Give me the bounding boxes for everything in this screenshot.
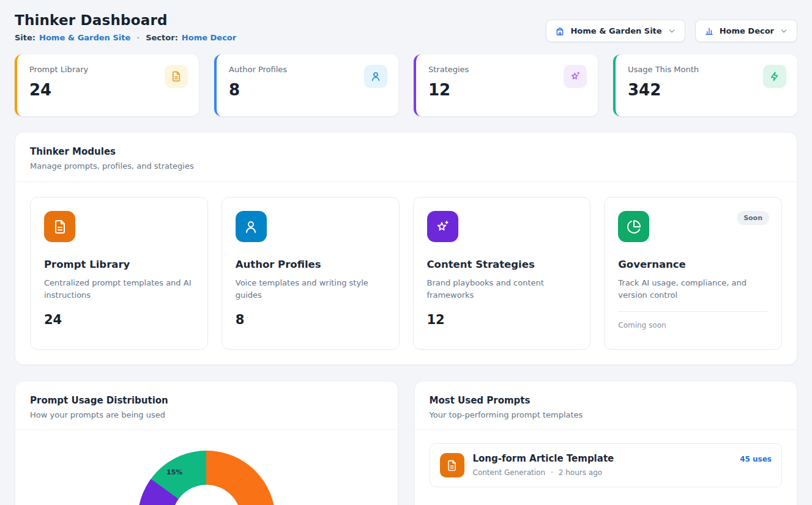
stat-value: 24: [29, 81, 187, 99]
header: Thinker Dashboard Site: Home & Garden Si…: [15, 12, 797, 42]
module-card-author-profiles[interactable]: Author Profiles Voice templates and writ…: [222, 197, 400, 350]
module-count: 8: [236, 312, 386, 327]
dashboard-page: Thinker Dashboard Site: Home & Garden Si…: [0, 0, 812, 505]
separator-dot: ·: [551, 468, 553, 477]
prompt-list-item[interactable]: Long-form Article Template Content Gener…: [430, 443, 783, 487]
stat-value: 342: [628, 81, 785, 99]
module-description: Track AI usage, compliance, and version …: [618, 277, 768, 301]
prompt-item-text: Long-form Article Template Content Gener…: [473, 453, 614, 477]
stat-label: Usage This Month: [628, 65, 785, 74]
coming-soon-text: Coming soon: [618, 311, 768, 330]
usage-distribution-subtitle: How your prompts are being used: [30, 410, 383, 419]
modules-grid: Prompt Library Centralized prompt templa…: [15, 182, 797, 364]
stat-card-usage[interactable]: Usage This Month 342: [613, 54, 797, 116]
user-icon: [236, 211, 267, 242]
module-card-governance[interactable]: Soon Governance Track AI usage, complian…: [604, 197, 782, 350]
header-selectors: Home & Garden Site Home Decor: [546, 20, 797, 42]
module-description: Centralized prompt templates and AI inst…: [44, 277, 194, 301]
stat-value: 8: [229, 81, 386, 99]
module-count: 24: [44, 312, 194, 327]
module-description: Brand playbooks and content frameworks: [427, 277, 577, 301]
stat-card-author-profiles[interactable]: Author Profiles 8: [214, 54, 398, 116]
stats-row: Prompt Library 24 Author Profiles 8 Stra…: [15, 54, 797, 116]
module-card-content-strategies[interactable]: Content Strategies Brand playbooks and c…: [413, 197, 591, 350]
document-icon: [44, 211, 75, 242]
module-title: Author Profiles: [236, 259, 386, 270]
stat-label: Strategies: [428, 65, 586, 74]
chevron-down-icon: [668, 27, 676, 35]
site-link[interactable]: Home & Garden Site: [39, 33, 130, 42]
site-selector-label: Home & Garden Site: [570, 26, 661, 35]
donut-hole: [172, 485, 241, 505]
prompt-item-title: Long-form Article Template: [473, 453, 614, 464]
bottom-row: Prompt Usage Distribution How your promp…: [15, 381, 797, 505]
thinker-modules-section: Thinker Modules Manage prompts, profiles…: [15, 132, 797, 365]
modules-subtitle: Manage prompts, profiles, and strategies: [30, 161, 782, 171]
sparkle-star-icon: [564, 65, 587, 88]
stat-value: 12: [428, 81, 586, 99]
sector-link[interactable]: Home Decor: [182, 33, 236, 42]
prompt-item-category: Content Generation: [473, 468, 545, 477]
module-description: Voice templates and writing style guides: [236, 277, 386, 301]
most-used-subtitle: Your top-performing prompt templates: [430, 410, 783, 419]
module-card-prompt-library[interactable]: Prompt Library Centralized prompt templa…: [30, 197, 208, 350]
most-used-header: Most Used Prompts Your top-performing pr…: [415, 382, 797, 430]
module-title: Prompt Library: [44, 259, 194, 270]
chevron-down-icon: [780, 27, 788, 35]
sector-selector-label: Home Decor: [720, 26, 774, 35]
site-selector-dropdown[interactable]: Home & Garden Site: [546, 20, 685, 42]
bar-chart-icon: [704, 26, 714, 36]
stat-label: Prompt Library: [29, 65, 187, 74]
usage-distribution-header: Prompt Usage Distribution How your promp…: [15, 382, 398, 430]
modules-title: Thinker Modules: [30, 146, 782, 157]
donut-chart: 15%: [138, 451, 275, 505]
user-icon: [364, 65, 387, 88]
prompt-item-time: 2 hours ago: [559, 468, 602, 477]
donut-segment-label: 15%: [166, 468, 182, 476]
chart-area: 15%: [15, 430, 398, 505]
breadcrumb: Site: Home & Garden Site · Sector: Home …: [15, 33, 236, 42]
prompt-item-meta: Content Generation · 2 hours ago: [473, 468, 614, 477]
uses-badge: 45 uses: [740, 453, 772, 463]
sparkle-star-icon: [427, 211, 458, 242]
separator-dot: ·: [136, 33, 140, 42]
most-used-prompts-card: Most Used Prompts Your top-performing pr…: [414, 381, 798, 505]
document-icon: [440, 453, 464, 477]
stat-label: Author Profiles: [229, 65, 386, 74]
usage-distribution-title: Prompt Usage Distribution: [30, 395, 383, 406]
prompt-list: Long-form Article Template Content Gener…: [415, 430, 797, 501]
title-block: Thinker Dashboard Site: Home & Garden Si…: [15, 12, 236, 42]
lightning-icon: [763, 65, 786, 88]
most-used-title: Most Used Prompts: [430, 395, 783, 406]
page-title: Thinker Dashboard: [15, 12, 236, 28]
module-title: Governance: [618, 259, 768, 270]
soon-badge: Soon: [737, 211, 769, 225]
site-label: Site:: [15, 33, 35, 42]
usage-distribution-card: Prompt Usage Distribution How your promp…: [15, 381, 398, 505]
module-count: 12: [427, 312, 577, 327]
sector-label: Sector:: [146, 33, 178, 42]
modules-header: Thinker Modules Manage prompts, profiles…: [15, 133, 797, 182]
document-icon: [165, 65, 188, 88]
module-title: Content Strategies: [427, 259, 577, 270]
sector-selector-dropdown[interactable]: Home Decor: [695, 20, 797, 42]
stat-card-prompt-library[interactable]: Prompt Library 24: [15, 54, 199, 116]
pie-chart-icon: [618, 211, 649, 242]
building-icon: [555, 26, 565, 36]
stat-card-strategies[interactable]: Strategies 12: [414, 54, 598, 116]
